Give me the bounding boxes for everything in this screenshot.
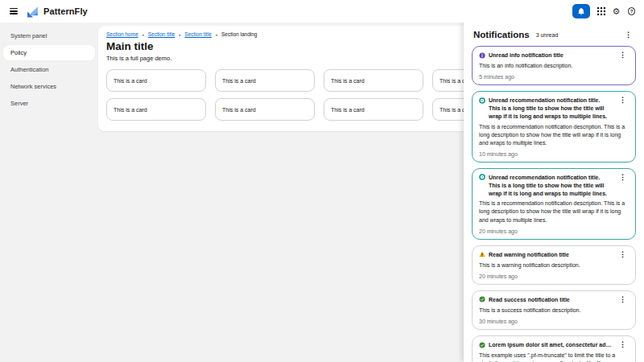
- notification-timestamp: 20 minutes ago: [479, 228, 629, 234]
- notification-item-recommendation-unread[interactable]: Unread recommendation notification title…: [472, 91, 636, 162]
- settings-button[interactable]: ⚙: [612, 7, 621, 16]
- unread-count: 3 unread: [536, 32, 559, 38]
- drawer-title: Notifications: [473, 30, 530, 39]
- bell-icon: [577, 7, 585, 15]
- notification-item-info-unread[interactable]: Unread info notification title ⋮ This is…: [472, 46, 636, 85]
- notification-title: Unread info notification title: [489, 51, 612, 60]
- notification-description: This example uses ".pf-m-truncate" to li…: [479, 352, 629, 362]
- notification-list: Unread info notification title ⋮ This is…: [464, 43, 644, 362]
- sidebar-item-network-services[interactable]: Network services: [3, 79, 95, 94]
- app-launcher-button[interactable]: [597, 7, 605, 16]
- notification-description: This is an info notification description…: [479, 62, 629, 70]
- nav-toggle-icon[interactable]: [10, 8, 18, 14]
- kebab-menu-button[interactable]: ⋮: [617, 51, 629, 60]
- kebab-menu-button[interactable]: ⋮: [617, 340, 629, 349]
- brand-name: PatternFly: [43, 6, 88, 16]
- notification-description: This is a warning notification descripti…: [479, 261, 629, 269]
- notification-title: Unread recommendation notification title…: [489, 97, 612, 120]
- breadcrumb-link[interactable]: Section title: [184, 31, 212, 37]
- bell-circle-icon: [479, 97, 485, 104]
- sidebar-item-authentication[interactable]: Authentication: [3, 62, 95, 77]
- notification-item-truncated[interactable]: Lorem ipsum dolor sit amet, consectetur …: [472, 335, 636, 362]
- chevron-right-icon: ›: [216, 32, 217, 37]
- grid-icon: [597, 7, 605, 15]
- notification-description: This is a recommendation notification de…: [479, 200, 629, 224]
- gear-icon: ⚙: [613, 7, 621, 16]
- notification-description: This is a recommendation notification de…: [479, 123, 629, 147]
- kebab-menu-button[interactable]: ⋮: [617, 96, 629, 105]
- notification-item-recommendation-unread[interactable]: Unread recommendation notification title…: [472, 168, 636, 240]
- notification-timestamp: 10 minutes ago: [479, 151, 629, 157]
- notification-title: Read warning notification title: [489, 251, 612, 259]
- notification-timestamp: 30 minutes ago: [479, 319, 629, 324]
- info-icon: [479, 52, 485, 59]
- notification-description: This is a success notification descripti…: [479, 306, 629, 315]
- bell-circle-icon: [479, 174, 485, 180]
- notification-timestamp: 5 minutes ago: [479, 74, 629, 80]
- demo-card[interactable]: This is a card: [324, 69, 423, 92]
- notification-title: Unread recommendation notification title…: [489, 174, 612, 197]
- breadcrumb-link[interactable]: Section home: [106, 31, 138, 37]
- notification-drawer: Notifications 3 unread ⋮ Unread info not…: [464, 23, 644, 362]
- sidebar-item-policy[interactable]: Policy: [3, 45, 95, 60]
- notification-drawer-header: Notifications 3 unread ⋮: [464, 23, 644, 43]
- check-circle-icon: [479, 342, 485, 348]
- chevron-right-icon: ›: [179, 32, 180, 37]
- check-circle-icon: [479, 296, 485, 302]
- warning-triangle-icon: [479, 251, 485, 257]
- kebab-menu-button[interactable]: ⋮: [617, 250, 629, 259]
- chevron-right-icon: ›: [142, 32, 144, 37]
- demo-card[interactable]: This is a card: [215, 69, 315, 92]
- drawer-kebab-menu-button[interactable]: ⋮: [622, 31, 634, 39]
- kebab-menu-button[interactable]: ⋮: [617, 173, 629, 182]
- demo-card[interactable]: This is a card: [215, 98, 315, 121]
- breadcrumb-current: Section landing: [221, 31, 257, 37]
- notification-title: Lorem ipsum dolor sit amet, consectetur …: [489, 341, 612, 349]
- notifications-bell-button[interactable]: [572, 4, 590, 19]
- help-button[interactable]: ?: [627, 7, 636, 16]
- kebab-menu-button[interactable]: ⋮: [617, 295, 629, 304]
- notification-item-warning-read[interactable]: Read warning notification title ⋮ This i…: [472, 245, 636, 285]
- sidebar-nav: System panel Policy Authentication Netwo…: [0, 23, 98, 362]
- notification-item-success-read[interactable]: Read success notification title ⋮ This i…: [472, 290, 636, 330]
- demo-card[interactable]: This is a card: [106, 69, 206, 92]
- sidebar-item-system-panel[interactable]: System panel: [3, 28, 95, 43]
- notification-title: Read success notification title: [489, 296, 612, 304]
- notification-timestamp: 20 minutes ago: [479, 274, 629, 279]
- patternfly-logo: [26, 5, 39, 19]
- demo-card[interactable]: This is a card: [106, 98, 206, 121]
- masthead: PatternFly ⚙ ?: [0, 0, 644, 23]
- sidebar-item-server[interactable]: Server: [3, 96, 95, 111]
- breadcrumb-link[interactable]: Section title: [148, 31, 175, 37]
- question-circle-icon: ?: [628, 7, 636, 15]
- demo-card[interactable]: This is a card: [324, 98, 423, 121]
